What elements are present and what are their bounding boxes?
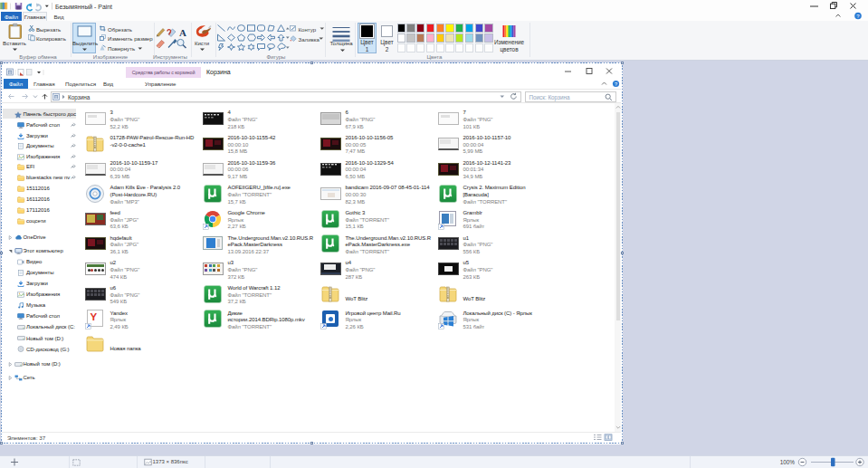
svg-text:?: ? xyxy=(615,81,617,87)
svg-text:A: A xyxy=(179,27,186,38)
